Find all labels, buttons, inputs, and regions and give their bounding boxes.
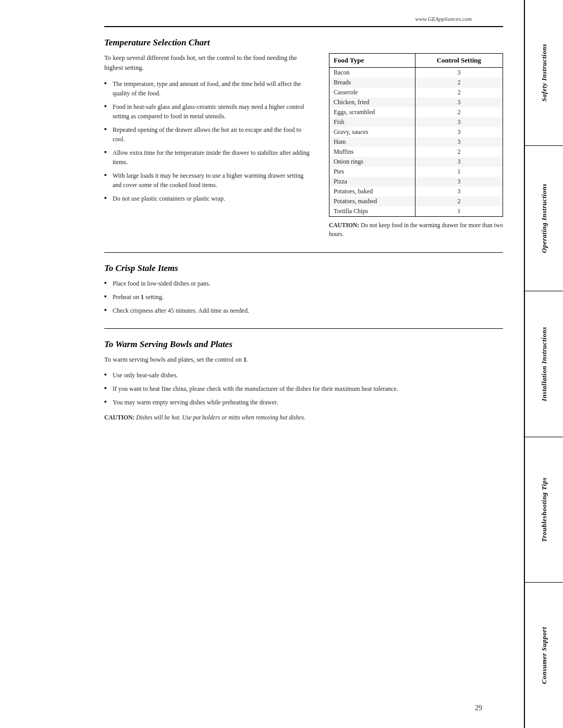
food-table-row: Onion rings3 — [329, 157, 503, 167]
warm-title: To Warm Serving Bowls and Plates — [104, 339, 503, 350]
temperature-title: Temperature Selection Chart — [104, 38, 503, 48]
warm-divider — [104, 328, 503, 329]
food-table-row: Breads2 — [329, 78, 503, 88]
sidebar-troubleshooting: Troubleshooting Tips — [525, 437, 563, 583]
control-setting-cell: 3 — [415, 177, 503, 187]
food-name-cell: Eggs, scrambled — [329, 107, 415, 117]
temp-bullet-item: Repeated opening of the drawer allows th… — [104, 125, 313, 144]
warm-caution: CAUTION: Dishes will be hot. Use pot hol… — [104, 413, 503, 422]
food-name-cell: Pizza — [329, 177, 415, 187]
food-table-row: Pies1 — [329, 167, 503, 177]
food-table-row: Bacon3 — [329, 68, 503, 78]
top-rule — [104, 26, 503, 27]
control-setting-cell: 3 — [415, 187, 503, 196]
food-table-row: Fish3 — [329, 117, 503, 127]
food-name-cell: Ham — [329, 137, 415, 147]
food-table-row: Pizza3 — [329, 177, 503, 187]
food-table-row: Tortilla Chips1 — [329, 206, 503, 217]
temperature-right: Food Type Control Setting Bacon3Breads2C… — [329, 53, 503, 239]
food-name-cell: Pies — [329, 167, 415, 177]
warm-caution-content: Dishes will be hot. Use pot holders or m… — [136, 414, 305, 421]
food-table: Food Type Control Setting Bacon3Breads2C… — [329, 53, 503, 217]
sidebar-safety: Safety Instructions — [525, 0, 563, 146]
crisp-section: To Crisp Stale Items Place food in low-s… — [104, 263, 503, 315]
food-name-cell: Potatoes, mashed — [329, 196, 415, 206]
warm-caution-label: CAUTION: — [104, 414, 134, 421]
warm-section: To Warm Serving Bowls and Plates To warm… — [104, 339, 503, 423]
sidebar-operating: Operating Instructions — [525, 146, 563, 292]
food-name-cell: Potatoes, baked — [329, 187, 415, 196]
food-table-row: Gravy, sauces3 — [329, 127, 503, 137]
warm-bullet-item: Use only heat-safe dishes. — [104, 371, 503, 380]
warm-bullet-item: If you want to heat fine china, please c… — [104, 384, 503, 393]
website-text: www.GEAppliances.com — [415, 16, 472, 22]
control-setting-cell: 2 — [415, 196, 503, 206]
food-name-cell: Onion rings — [329, 157, 415, 167]
control-setting-header: Control Setting — [415, 54, 503, 68]
website-url: www.GEAppliances.com — [104, 16, 503, 22]
page-container: www.GEAppliances.com Temperature Selecti… — [0, 0, 563, 728]
food-type-header: Food Type — [329, 54, 415, 68]
temperature-section: Temperature Selection Chart To keep seve… — [104, 38, 503, 239]
sidebar-consumer: Consumer Support — [525, 583, 563, 728]
temp-bullet-item: With large loads it may be necessary to … — [104, 171, 313, 190]
warm-intro: To warm serving bowls and plates, set th… — [104, 355, 503, 365]
temp-bullet-item: The temperature, type and amount of food… — [104, 79, 313, 98]
food-table-row: Potatoes, mashed2 — [329, 196, 503, 206]
food-name-cell: Gravy, sauces — [329, 127, 415, 137]
control-setting-cell: 2 — [415, 147, 503, 157]
food-name-cell: Breads — [329, 78, 415, 88]
food-name-cell: Muffins — [329, 147, 415, 157]
sidebar-consumer-label: Consumer Support — [540, 627, 548, 684]
temp-bullet-list: The temperature, type and amount of food… — [104, 79, 313, 203]
control-setting-cell: 3 — [415, 137, 503, 147]
sidebar-installation: Installation Instructions — [525, 291, 563, 437]
control-setting-cell: 3 — [415, 97, 503, 107]
sidebar-operating-label: Operating Instructions — [540, 183, 548, 253]
control-setting-cell: 3 — [415, 157, 503, 167]
food-table-row: Eggs, scrambled2 — [329, 107, 503, 117]
temp-intro: To keep several different foods hot, set… — [104, 53, 313, 73]
main-content: www.GEAppliances.com Temperature Selecti… — [0, 0, 524, 728]
control-setting-cell: 3 — [415, 68, 503, 78]
control-setting-cell: 2 — [415, 78, 503, 88]
control-setting-cell: 3 — [415, 127, 503, 137]
sidebar-installation-label: Installation Instructions — [540, 327, 548, 401]
page-number: 29 — [475, 704, 482, 712]
control-setting-cell: 2 — [415, 107, 503, 117]
temp-bullet-item: Allow extra time for the temperature ins… — [104, 148, 313, 167]
warm-bullet-item: You may warm empty serving dishes while … — [104, 398, 503, 407]
warm-bullet-list: Use only heat-safe dishes.If you want to… — [104, 371, 503, 407]
table-caution: CAUTION: Do not keep food in the warming… — [329, 221, 503, 239]
control-setting-cell: 3 — [415, 117, 503, 127]
food-name-cell: Tortilla Chips — [329, 206, 415, 217]
food-name-cell: Chicken, fried — [329, 97, 415, 107]
food-name-cell: Fish — [329, 117, 415, 127]
sidebar: Safety Instructions Operating Instructio… — [524, 0, 563, 728]
crisp-bullet-item: Check crispness after 45 minutes. Add ti… — [104, 306, 503, 315]
temperature-left: To keep several different foods hot, set… — [104, 53, 313, 239]
temperature-layout: To keep several different foods hot, set… — [104, 53, 503, 239]
temp-bullet-item: Food in heat-safe glass and glass-cerami… — [104, 102, 313, 121]
crisp-divider — [104, 252, 503, 253]
crisp-bullet-list: Place food in low-sided dishes or pans.P… — [104, 279, 503, 315]
caution-label: CAUTION: — [329, 222, 359, 228]
temp-bullet-item: Do not use plastic containers or plastic… — [104, 194, 313, 203]
crisp-title: To Crisp Stale Items — [104, 263, 503, 274]
crisp-bullet-item: Place food in low-sided dishes or pans. — [104, 279, 503, 288]
sidebar-safety-label: Safety Instructions — [540, 44, 548, 102]
food-name-cell: Bacon — [329, 68, 415, 78]
control-setting-cell: 1 — [415, 206, 503, 217]
crisp-bullet-item: Preheat on 1 setting. — [104, 292, 503, 302]
food-table-row: Potatoes, baked3 — [329, 187, 503, 196]
food-table-row: Ham3 — [329, 137, 503, 147]
food-table-row: Muffins2 — [329, 147, 503, 157]
control-setting-cell: 1 — [415, 167, 503, 177]
sidebar-troubleshooting-label: Troubleshooting Tips — [540, 477, 548, 542]
food-table-row: Chicken, fried3 — [329, 97, 503, 107]
warm-intro-suffix: . — [247, 356, 248, 363]
warm-intro-prefix: To warm serving bowls and plates, set th… — [104, 356, 243, 363]
food-table-row: Casserole2 — [329, 88, 503, 97]
control-setting-cell: 2 — [415, 88, 503, 97]
food-name-cell: Casserole — [329, 88, 415, 97]
